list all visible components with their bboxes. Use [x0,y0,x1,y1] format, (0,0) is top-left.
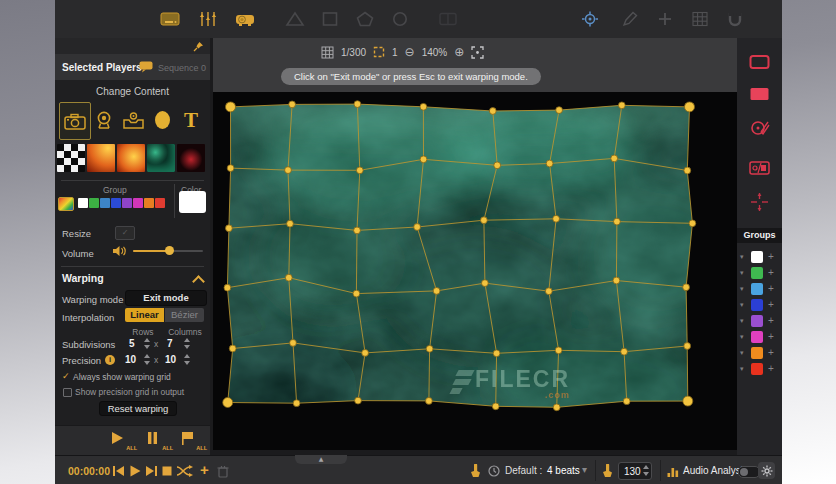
chevron-down-icon[interactable]: ▾ [740,301,744,309]
group-color-swatch[interactable] [111,198,121,208]
subdivisions-rows-value[interactable]: 5 [129,338,135,349]
add-to-group-icon[interactable]: + [768,363,774,374]
warp-control-point[interactable] [420,103,427,110]
warp-control-point[interactable] [689,220,696,227]
speech-bubble-icon[interactable] [139,61,153,73]
rect-filled-tool[interactable] [749,86,770,102]
warp-control-point[interactable] [224,284,231,291]
chevron-down-icon[interactable]: ▾ [740,253,744,261]
subdivisions-cols-value[interactable]: 7 [167,338,173,349]
warp-control-point[interactable] [482,280,489,287]
beats-select[interactable]: 4 beats [547,465,580,476]
player-icon[interactable] [160,11,180,27]
always-show-grid-checkbox[interactable]: Always show warping grid [73,372,171,382]
group-color[interactable] [751,251,763,263]
zoom-in-icon[interactable]: ⊕ [454,45,464,59]
triangle-icon[interactable] [285,11,305,27]
pentagon-icon[interactable] [355,11,375,27]
warp-control-point[interactable] [353,290,360,297]
freeform-pen-tool[interactable] [749,118,770,140]
warp-control-point[interactable] [613,277,620,284]
play-all-button[interactable]: ALL [111,431,135,451]
warp-control-point[interactable] [426,345,433,352]
reset-warping-button[interactable]: Reset warping [99,401,177,416]
content-camera-button[interactable] [59,102,91,140]
precision-info-icon[interactable]: i [105,355,115,365]
precision-cols-stepper[interactable] [183,354,190,365]
flag-all-button[interactable]: ALL [181,431,205,451]
target-icon[interactable] [580,11,600,27]
square-icon[interactable] [320,11,340,27]
group-color[interactable] [751,299,763,311]
warp-control-point[interactable] [685,102,695,112]
warp-control-point[interactable] [293,400,300,407]
add-to-group-icon[interactable]: + [768,267,774,278]
warp-control-point[interactable] [621,348,628,355]
pencil-icon[interactable] [620,11,640,27]
output-icon[interactable] [438,11,458,27]
texture-gradient-2[interactable] [117,144,145,172]
sliders-icon[interactable] [198,11,218,27]
warp-control-point[interactable] [433,288,440,295]
stop-icon[interactable] [160,464,174,478]
show-precision-grid-checkbox[interactable]: Show precision grid in output [75,387,184,397]
chevron-down-icon[interactable]: ▾ [740,317,744,325]
warp-control-point[interactable] [285,167,292,174]
warp-control-point[interactable] [355,397,362,404]
timeline-expand-tab[interactable]: ▲ [295,455,347,464]
warp-control-point[interactable] [611,155,618,162]
warp-control-point[interactable] [683,396,693,406]
warp-control-point[interactable] [287,220,294,227]
warp-control-point[interactable] [555,347,562,354]
collapse-chevron-icon[interactable] [192,275,205,288]
grid-icon[interactable] [690,11,710,27]
warp-control-point[interactable] [229,345,236,352]
warp-control-point[interactable] [227,165,234,172]
settings-button[interactable] [758,462,775,479]
resize-checkbox[interactable]: ✓ [115,226,135,240]
plus-icon[interactable] [655,11,675,27]
group-row[interactable]: ▾+ [737,298,782,314]
warp-control-point[interactable] [553,404,560,411]
warp-control-point[interactable] [420,156,427,163]
group-row[interactable]: ▾+ [737,346,782,362]
pause-all-button[interactable]: ALL [147,431,171,451]
speaker-icon[interactable] [112,245,126,257]
add-to-group-icon[interactable]: + [768,331,774,342]
zoom-level[interactable]: 140% [422,47,448,58]
content-text-button[interactable]: T [176,102,206,138]
warp-control-point[interactable] [354,101,361,108]
frames-grid-icon[interactable] [321,46,334,59]
group-row[interactable]: ▾+ [737,330,782,346]
chevron-down-icon[interactable]: ▾ [740,285,744,293]
clock-icon[interactable] [488,464,500,478]
warp-control-point[interactable] [289,101,296,108]
add-to-group-icon[interactable]: + [768,299,774,310]
volume-slider-knob[interactable] [165,246,174,255]
warp-control-point[interactable] [553,215,560,222]
warp-control-point[interactable] [556,107,563,114]
mapping-canvas[interactable]: FILECR .com [213,92,737,450]
chevron-down-icon[interactable]: ▾ [740,333,744,341]
warp-control-point[interactable] [623,398,630,405]
warp-control-point[interactable] [489,108,496,115]
group-color[interactable] [751,347,763,359]
warp-control-point[interactable] [614,218,621,225]
rect-outline-tool[interactable] [749,54,770,70]
content-shape-button[interactable] [147,102,177,138]
selection-marquee-icon[interactable] [373,46,385,58]
group-color-swatch[interactable] [155,198,165,208]
content-media-button[interactable] [118,102,148,138]
players-header[interactable]: Selected Players Sequence 0 [55,54,210,80]
warp-control-point[interactable] [285,274,292,281]
media-mask-tool[interactable] [749,160,770,176]
precision-cols-value[interactable]: 10 [165,354,176,365]
warp-control-point[interactable] [481,217,488,224]
warp-control-point[interactable] [618,102,625,109]
warp-control-point[interactable] [684,343,691,350]
warp-control-point[interactable] [414,224,421,231]
skip-start-icon[interactable] [112,464,126,478]
warp-control-point[interactable] [545,288,552,295]
warp-control-point[interactable] [683,284,690,291]
warp-control-point[interactable] [226,225,233,232]
